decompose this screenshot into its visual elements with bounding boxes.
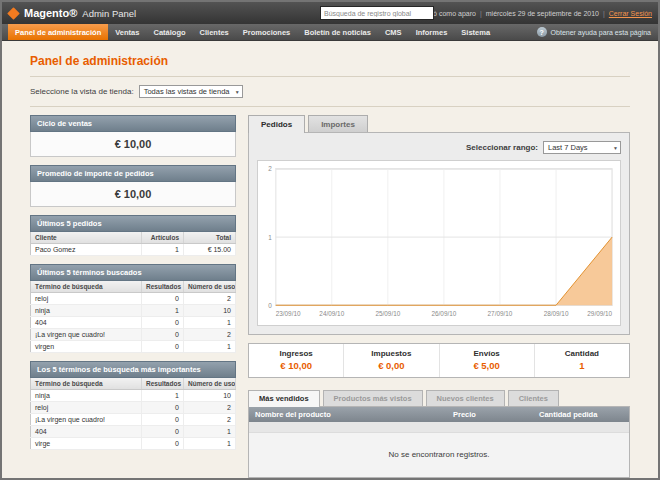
orders-chart: 01223/09/1024/09/1025/09/1026/09/1027/09… — [257, 160, 621, 326]
svg-text:27/09/10: 27/09/10 — [488, 310, 513, 317]
cell: 2 — [184, 414, 236, 426]
table-row[interactable]: ¡La virgen que cuadro! 0 2 — [31, 414, 236, 426]
cell: virge — [31, 438, 142, 450]
nav-item-clientes[interactable]: Clientes — [193, 24, 236, 40]
tab-clientes[interactable]: Clientes — [508, 390, 559, 406]
table-row[interactable]: ninja 1 10 — [31, 305, 236, 317]
dashboard-main: Pedidos Importes Seleccionar rango: Last… — [248, 115, 630, 478]
nav-item-promociones[interactable]: Promociones — [236, 24, 298, 40]
help-icon: ? — [537, 27, 547, 37]
last-search-terms-table: Término de búsqueda Resultados Número de… — [30, 281, 236, 353]
svg-text:29/09/10: 29/09/10 — [587, 310, 612, 317]
column-header: Total — [184, 232, 236, 244]
logout-link[interactable]: Cerrar Sesión — [609, 10, 652, 17]
tab-productos-mas-vistos[interactable]: Productos más vistos — [323, 390, 423, 406]
orders-chart-svg: 01223/09/1024/09/1025/09/1026/09/1027/09… — [258, 161, 620, 325]
cell: € 15.00 — [184, 244, 236, 256]
global-search-input[interactable] — [320, 6, 434, 20]
store-view-selected-value: Todas las vistas de tienda — [144, 87, 230, 96]
panel-title: Últimos 5 pedidos — [30, 215, 236, 232]
table-row[interactable]: reloj 0 2 — [31, 402, 236, 414]
session-info: Accedió como aparo | miércoles 29 de sep… — [412, 10, 652, 17]
column-header: Cantidad pedida — [533, 407, 629, 422]
magento-admin-page: Magento® Admin Panel Accedió como aparo … — [0, 0, 660, 480]
cell: 2 — [184, 402, 236, 414]
average-orders-panel: Promedio de importe de pedidos € 10,00 — [30, 165, 236, 207]
nav-item-informes[interactable]: Informes — [409, 24, 455, 40]
page-content: Panel de administración Seleccione la vi… — [2, 41, 658, 478]
table-row[interactable]: reloj 0 2 — [31, 293, 236, 305]
tab-mas-vendidos[interactable]: Más vendidos — [248, 390, 320, 407]
nav-item-ventas[interactable]: Ventas — [108, 24, 146, 40]
page-help-link[interactable]: ? Obtener ayuda para esta página — [530, 24, 658, 40]
nav-item-sistema[interactable]: Sistema — [454, 24, 497, 40]
cell: 0 — [142, 414, 184, 426]
stat-label: Ingresos — [251, 349, 341, 358]
cell: 1 — [142, 390, 184, 402]
chevron-down-icon: ▼ — [613, 145, 618, 151]
chevron-down-icon: ▼ — [235, 89, 240, 95]
svg-text:25/09/10: 25/09/10 — [375, 310, 400, 317]
stat-label: Envíos — [442, 349, 532, 358]
lifetime-sales-value: € 10,00 — [30, 132, 236, 157]
svg-text:24/09/10: 24/09/10 — [319, 310, 344, 317]
cell: 1 — [142, 305, 184, 317]
panel-title: Últimos 5 términos buscados — [30, 264, 236, 281]
last-search-terms-panel: Últimos 5 términos buscados Término de b… — [30, 264, 236, 353]
cell: 404 — [31, 317, 142, 329]
nav-item-cms[interactable]: CMS — [378, 24, 409, 40]
column-header: Término de búsqueda — [31, 281, 142, 293]
nav-item-panel-de-administracion[interactable]: Panel de administración — [8, 24, 108, 40]
table-row[interactable]: ninja 1 10 — [31, 390, 236, 402]
stat-impuestos: Impuestos € 0,00 — [343, 344, 438, 377]
nav-item-catalogo[interactable]: Catálogo — [146, 24, 192, 40]
svg-text:1: 1 — [268, 234, 272, 241]
tab-importes[interactable]: Importes — [308, 115, 368, 132]
svg-text:28/09/10: 28/09/10 — [544, 310, 569, 317]
stat-value: € 0,00 — [346, 360, 436, 371]
range-label: Seleccionar rango: — [466, 143, 538, 152]
stat-label: Cantidad — [537, 349, 627, 358]
store-view-label: Seleccione la vista de tienda: — [30, 87, 134, 96]
average-orders-value: € 10,00 — [30, 182, 236, 207]
cell: 2 — [184, 293, 236, 305]
stat-value: € 10,00 — [251, 360, 341, 371]
column-header: Artículos — [142, 232, 184, 244]
table-row[interactable]: Paco Gomez 1 € 15.00 — [31, 244, 236, 256]
column-header: Número de usos — [184, 281, 236, 293]
tab-pedidos[interactable]: Pedidos — [248, 115, 305, 133]
nav-item-boletin-de-noticias[interactable]: Boletín de noticias — [297, 24, 378, 40]
table-header-row: Nombre del producto Precio Cantidad pedi… — [249, 407, 629, 422]
cell: ¡La virgen que cuadro! — [31, 414, 142, 426]
panel-title: Promedio de importe de pedidos — [30, 165, 236, 182]
grids-tabs: Más vendidos Productos más vistos Nuevos… — [248, 390, 630, 406]
magento-logo[interactable]: Magento® Admin Panel — [8, 7, 136, 19]
table-row[interactable]: ¡La virgen que cuadro! 0 2 — [31, 329, 236, 341]
cell: 1 — [184, 317, 236, 329]
svg-text:2: 2 — [268, 165, 272, 172]
tab-nuevos-clientes[interactable]: Nuevos clientes — [426, 390, 505, 406]
table-row[interactable]: virgen 0 1 — [31, 341, 236, 353]
cell: 0 — [142, 329, 184, 341]
column-header: Término de búsqueda — [31, 378, 142, 390]
cell: 0 — [142, 402, 184, 414]
store-view-select[interactable]: Todas las vistas de tienda ▼ — [139, 85, 243, 98]
table-row[interactable]: virge 0 1 — [31, 438, 236, 450]
top-search-terms-panel: Los 5 términos de búsqueda más important… — [30, 361, 236, 450]
diagram-tabs: Pedidos Importes — [248, 115, 630, 132]
cell: 1 — [184, 438, 236, 450]
table-row[interactable]: 404 0 1 — [31, 426, 236, 438]
table-row[interactable]: 404 0 1 — [31, 317, 236, 329]
lifetime-sales-panel: Ciclo de ventas € 10,00 — [30, 115, 236, 157]
current-date: miércoles 29 de septiembre de 2010 — [486, 10, 599, 17]
empty-state-row: No se encontraron registros. — [249, 432, 629, 477]
last-orders-panel: Últimos 5 pedidos Cliente Artículos Tota… — [30, 215, 236, 256]
range-select[interactable]: Last 7 Days ▼ — [543, 141, 621, 154]
cell: 0 — [142, 293, 184, 305]
cell: 404 — [31, 426, 142, 438]
bestsellers-table: Nombre del producto Precio Cantidad pedi… — [248, 406, 630, 478]
main-navigation: Panel de administración Ventas Catálogo … — [2, 24, 658, 41]
svg-text:0: 0 — [268, 302, 272, 309]
svg-text:26/09/10: 26/09/10 — [432, 310, 457, 317]
brand-suffix: Admin Panel — [82, 8, 136, 19]
